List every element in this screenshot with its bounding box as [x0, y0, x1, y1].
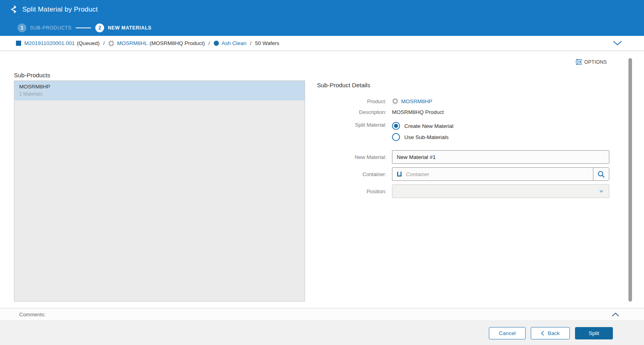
breadcrumb-material-link[interactable]: M201911020001.001 — [24, 40, 75, 46]
cancel-button[interactable]: Cancel — [489, 327, 526, 339]
breadcrumb-product-link[interactable]: MOSRM8HL — [117, 40, 148, 46]
chevron-down-icon[interactable] — [613, 41, 622, 46]
comments-label: Comments: — [19, 312, 45, 318]
description-value: MOSRM8HQ Product — [392, 109, 444, 115]
sub-product-name: MOSRM8HP — [19, 84, 300, 90]
dialog-header: Split Material by Product 1 SUB-PRODUCTS… — [0, 0, 644, 36]
step-1-circle: 1 — [18, 24, 26, 32]
dialog-footer: Cancel Back Split — [0, 321, 644, 345]
breadcrumb-separator: / — [103, 40, 105, 46]
options-button[interactable]: OPTIONS — [575, 59, 607, 65]
sub-product-list-item[interactable]: MOSRM8HP 1 Materials — [14, 81, 305, 100]
step-1-label: SUB-PRODUCTS — [30, 25, 71, 31]
flow-step-dot-icon — [214, 41, 219, 46]
container-field — [392, 167, 609, 181]
details-form: Product: MOSRM8HP Description: MOSRM8HQ … — [317, 97, 609, 198]
product-label: Product: — [317, 98, 389, 104]
new-material-input[interactable] — [392, 150, 609, 164]
breadcrumb-step-link[interactable]: Ash Clean — [222, 40, 246, 46]
description-row: Description: MOSRM8HQ Product — [317, 108, 609, 116]
breadcrumb: M201911020001.001 (Queued) / MOSRM8HL (M… — [0, 36, 644, 51]
description-label: Description: — [317, 109, 389, 115]
back-button[interactable]: Back — [531, 327, 570, 339]
split-material-dialog: Split Material by Product 1 SUB-PRODUCTS… — [0, 0, 644, 345]
breadcrumb-separator: / — [250, 40, 252, 46]
radio-selected-icon[interactable] — [392, 122, 400, 130]
container-row: Container: — [317, 167, 609, 181]
breadcrumb-quantity: 50 Wafers — [255, 40, 280, 46]
position-label: Position: — [317, 188, 389, 194]
position-row: Position: — [317, 184, 609, 198]
sub-products-section: Sub-Products MOSRM8HP 1 Materials — [14, 72, 305, 302]
sub-products-title: Sub-Products — [14, 72, 305, 78]
split-material-label: Split Material: — [317, 122, 389, 128]
dropdown-arrow-icon — [599, 190, 603, 193]
container-icon — [396, 171, 402, 177]
split-button[interactable]: Split — [575, 327, 613, 339]
step-connector — [76, 27, 91, 28]
options-sliders-icon — [575, 59, 583, 65]
position-select[interactable] — [392, 184, 609, 198]
split-icon — [10, 5, 18, 14]
radio-use-sub-materials[interactable]: Use Sub-Materials — [392, 133, 453, 141]
step-2-circle: 2 — [95, 24, 104, 32]
new-material-label: New Material: — [317, 154, 389, 160]
container-input[interactable] — [406, 168, 609, 180]
radio-create-new-material[interactable]: Create New Material — [392, 122, 453, 130]
radio-create-new-material-label: Create New Material — [404, 123, 453, 129]
product-value-link[interactable]: MOSRM8HP — [401, 98, 432, 104]
material-status: (Queued) — [77, 40, 100, 46]
sub-products-list: MOSRM8HP 1 Materials — [14, 80, 305, 302]
sub-product-materials-count: 1 Materials — [19, 91, 300, 97]
title-row: Split Material by Product — [10, 5, 98, 14]
material-square-icon — [16, 41, 21, 46]
split-material-row: Split Material: Create New Material Use … — [317, 122, 609, 141]
step-new-materials[interactable]: 2 NEW MATERIALS — [95, 24, 152, 32]
container-label: Container: — [317, 171, 389, 177]
wizard-stepper: 1 SUB-PRODUCTS 2 NEW MATERIALS — [18, 24, 152, 32]
chevron-left-icon — [541, 331, 544, 336]
split-button-label: Split — [589, 330, 599, 336]
page-title: Split Material by Product — [22, 6, 98, 14]
cancel-button-label: Cancel — [499, 330, 516, 336]
step-2-label: NEW MATERIALS — [108, 25, 152, 31]
sub-product-details-section: Sub-Product Details Product: MOSRM8HP De… — [317, 82, 609, 202]
vertical-scrollbar[interactable] — [628, 58, 632, 302]
radio-unselected-icon[interactable] — [392, 133, 400, 141]
back-button-label: Back — [547, 330, 559, 336]
radio-use-sub-materials-label: Use Sub-Materials — [404, 134, 449, 140]
new-material-row: New Material: — [317, 150, 609, 164]
details-title: Sub-Product Details — [317, 82, 609, 88]
split-material-radio-group: Create New Material Use Sub-Materials — [392, 122, 453, 141]
search-icon — [597, 171, 605, 178]
chevron-up-icon[interactable] — [612, 312, 619, 317]
product-icon — [108, 40, 114, 47]
options-label: OPTIONS — [584, 59, 607, 65]
product-row: Product: MOSRM8HP — [317, 97, 609, 105]
product-icon — [392, 98, 398, 104]
product-description: (MOSRM8HQ Product) — [150, 40, 205, 46]
container-search-button[interactable] — [593, 168, 609, 180]
comments-bar[interactable]: Comments: — [0, 308, 644, 321]
step-sub-products[interactable]: 1 SUB-PRODUCTS — [18, 24, 71, 32]
breadcrumb-separator: / — [209, 40, 210, 46]
